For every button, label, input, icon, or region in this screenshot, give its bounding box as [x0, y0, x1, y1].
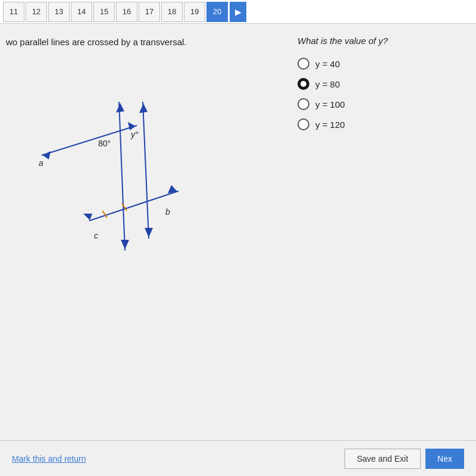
radio-2-inner: [300, 81, 306, 87]
nav-item-19[interactable]: 19: [184, 2, 205, 22]
svg-marker-1: [43, 151, 51, 159]
nav-bar: 11 12 13 14 15 16 17 18 19 20 ▶: [0, 0, 476, 24]
options-list: y = 40 y = 80 y = 100 y = 120: [298, 58, 464, 130]
radio-3[interactable]: [298, 98, 309, 110]
mark-return-link[interactable]: Mark this and return: [12, 454, 86, 464]
nav-item-14[interactable]: 14: [71, 2, 92, 22]
nav-item-11[interactable]: 11: [3, 2, 24, 22]
svg-text:c: c: [94, 231, 98, 240]
question-left-text: wo parallel lines are crossed by a trans…: [6, 36, 286, 48]
bottom-right-buttons: Save and Exit Nex: [345, 449, 464, 469]
svg-marker-5: [83, 214, 92, 220]
svg-line-0: [42, 126, 137, 155]
bottom-bar: Mark this and return Save and Exit Nex: [0, 440, 476, 476]
svg-text:b: b: [165, 207, 170, 217]
nav-item-13[interactable]: 13: [48, 2, 70, 22]
radio-2[interactable]: [298, 78, 309, 90]
svg-marker-7: [116, 103, 124, 112]
diagram-container: 80° y° a b c: [6, 66, 184, 256]
option-3[interactable]: y = 100: [298, 98, 464, 110]
svg-marker-10: [139, 104, 148, 113]
option-2[interactable]: y = 80: [298, 78, 464, 90]
main-content: wo parallel lines are crossed by a trans…: [0, 24, 476, 440]
nav-item-12[interactable]: 12: [26, 2, 47, 22]
save-exit-button[interactable]: Save and Exit: [345, 449, 421, 469]
option-1[interactable]: y = 40: [298, 58, 464, 70]
nav-next-arrow[interactable]: ▶: [230, 2, 246, 22]
svg-text:y°: y°: [130, 130, 139, 139]
option-4-label: y = 120: [315, 120, 345, 130]
nav-item-17[interactable]: 17: [139, 2, 160, 22]
nav-item-16[interactable]: 16: [116, 2, 137, 22]
nav-item-15[interactable]: 15: [93, 2, 115, 22]
option-1-label: y = 40: [315, 59, 340, 69]
option-2-label: y = 80: [315, 79, 340, 89]
right-question-text: What is the value of y?: [298, 36, 464, 46]
left-section: wo parallel lines are crossed by a trans…: [6, 36, 286, 434]
option-4[interactable]: y = 120: [298, 118, 464, 130]
svg-marker-11: [145, 228, 153, 237]
svg-line-9: [143, 102, 149, 239]
right-section: What is the value of y? y = 40 y = 80 y …: [298, 36, 464, 434]
radio-4[interactable]: [298, 118, 309, 130]
option-3-label: y = 100: [315, 99, 345, 109]
svg-text:80°: 80°: [98, 139, 111, 148]
svg-marker-2: [128, 122, 136, 130]
svg-line-6: [119, 102, 125, 250]
svg-marker-8: [121, 240, 129, 249]
svg-text:a: a: [39, 158, 43, 168]
next-button[interactable]: Nex: [425, 449, 464, 469]
nav-item-20[interactable]: 20: [206, 2, 228, 22]
radio-1[interactable]: [298, 58, 309, 70]
geometry-diagram: 80° y° a b c: [6, 66, 184, 256]
nav-item-18[interactable]: 18: [161, 2, 183, 22]
